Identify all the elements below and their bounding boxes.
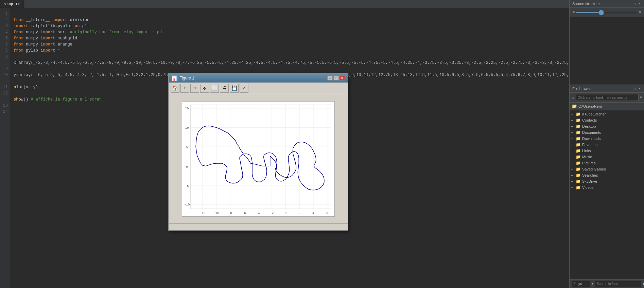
tree-item-searches[interactable]: + 📁 Searches [570,172,644,178]
folder-icon: 📁 [576,130,581,135]
file-filter-input[interactable] [572,281,590,287]
folder-icon: 📁 [576,124,581,129]
tree-item-links[interactable]: + 📁 Links [570,148,644,154]
svg-text:-8: -8 [228,212,232,215]
expand-icon: + [571,119,576,122]
tree-item-pictures[interactable]: + 📁 Pictures [570,160,644,166]
tree-item-atubecatcher[interactable]: + 📁 aTubeCatcher [570,111,644,117]
figure-select-button[interactable]: ⬜ [210,84,219,93]
expand-icon: + [571,161,576,165]
expand-icon: + [571,125,576,128]
expand-icon: + [571,155,576,159]
tree-item-label: Favorites [582,143,597,147]
bookmark-dropdown-arrow[interactable]: ▼ [640,96,642,100]
figure-home-button[interactable]: 🏠 [171,84,179,93]
expand-icon: + [571,180,576,183]
folder-icon: 📁 [576,161,581,165]
svg-text:-4: -4 [256,212,260,215]
tree-item-desktop[interactable]: + 📁 Desktop [570,123,644,129]
expand-icon: + [571,167,576,171]
svg-text:-6: -6 [242,212,246,215]
slider-left-icon: ≡ [572,10,575,15]
tree-item-label: Links [582,149,591,153]
tree-item-label: Videos [582,185,593,190]
current-path: 📁 C:\Users\Rem [570,103,644,110]
tab-bar: <tmp 1> [0,0,569,8]
tree-item-favorites[interactable]: + 📁 Favorites [570,142,644,148]
source-structure-slider[interactable] [576,12,638,13]
figure-titlebar: 📊 Figure 1 − □ ✕ [169,74,348,83]
folder-icon: 📁 [576,142,581,147]
bookmark-star-button[interactable]: ☆ [572,95,574,101]
tree-item-documents[interactable]: + 📁 Documents [570,129,644,136]
svg-text:0: 0 [186,165,188,168]
tree-item-label: Desktop [582,124,596,128]
figure-check-button[interactable]: ✔ [240,84,248,93]
right-bottom-bar: ▼ ▶ [570,279,644,288]
tree-item-label: Contacts [582,118,597,122]
source-structure-close-button[interactable]: × [638,1,641,6]
svg-text:15: 15 [185,106,189,110]
expand-icon: + [571,131,576,134]
folder-icon: 📁 [576,185,581,190]
folder-icon: 📁 [576,173,581,178]
svg-text:6: 6 [326,212,328,215]
filter-dropdown-arrow[interactable]: ▼ [592,282,593,286]
figure-save-button[interactable]: 💾 [230,84,239,93]
tree-item-skydrive[interactable]: + 📁 SkyDrive [570,178,644,184]
figure-title: Figure 1 [179,76,194,80]
tree-item-label: Searches [582,173,598,177]
expand-icon: + [571,149,576,153]
figure-window: 📊 Figure 1 − □ ✕ 🏠 ⬅ ➡ ✛ ⬜ 🖨 💾 ✔ [168,73,348,231]
search-files-input[interactable] [595,281,641,287]
svg-text:5: 5 [186,146,188,149]
bookmark-input[interactable] [576,94,639,101]
folder-icon: 📁 [576,118,581,123]
folder-icon: 📁 [576,155,581,159]
tree-item-contacts[interactable]: + 📁 Contacts [570,117,644,123]
figure-app-icon: 📊 [172,75,177,81]
figure-plot-area: 15 10 5 0 -5 -10 -12 -10 -8 -6 -4 -2 0 2… [169,94,348,223]
folder-icon: 📁 [576,112,581,116]
source-structure-title: Source structure [572,2,600,6]
svg-text:-10: -10 [214,212,219,215]
search-go-button[interactable]: ▶ [643,281,644,286]
tree-item-label: Documents [582,130,601,134]
svg-text:0: 0 [285,212,286,215]
svg-text:-12: -12 [200,212,205,215]
source-structure-panel: Source structure □ × ≡ ▽ [570,0,644,85]
tree-item-savedgames[interactable]: + 📁 Saved Games [570,166,644,172]
figure-minimize-button[interactable]: − [327,76,333,80]
tree-item-label: Downloads [582,137,601,141]
file-browser-close-button[interactable]: × [638,86,641,91]
tree-item-label: aTubeCatcher [582,112,606,116]
file-browser-restore-button[interactable]: □ [632,86,636,91]
file-tree: + 📁 aTubeCatcher + 📁 Contacts + 📁 Deskto… [570,110,644,279]
expand-icon: + [571,143,576,147]
file-browser-toolbar: ☆ ▼ [570,93,644,103]
figure-back-button[interactable]: ⬅ [180,84,189,93]
figure-close-button[interactable]: ✕ [340,76,345,80]
figure-forward-button[interactable]: ➡ [190,84,199,93]
svg-text:-2: -2 [270,212,274,215]
folder-icon: 📁 [576,148,581,153]
figure-statusbar [169,223,348,230]
source-structure-restore-button[interactable]: □ [632,1,636,6]
file-browser-title: File browser [572,87,593,91]
folder-icon: 📁 [576,167,581,172]
tab-tmp1[interactable]: <tmp 1> [0,0,24,8]
source-structure-header: Source structure □ × [570,0,644,8]
current-path-text: C:\Users\Rem [578,104,602,108]
tree-item-music[interactable]: + 📁 Music [570,154,644,160]
svg-text:-5: -5 [185,184,189,187]
file-browser-panel: File browser □ × ☆ ▼ 📁 C:\Users\Rem + 📁 … [570,85,644,288]
tree-item-videos[interactable]: + 📁 Videos [570,184,644,191]
expand-icon: + [571,174,576,177]
expand-icon: + [571,137,576,141]
expand-icon: + [571,112,576,116]
figure-toolbar: 🏠 ⬅ ➡ ✛ ⬜ 🖨 💾 ✔ [169,83,348,94]
figure-print-button[interactable]: 🖨 [220,84,229,93]
figure-restore-button[interactable]: □ [333,76,339,80]
tree-item-downloads[interactable]: + 📁 Downloads [570,136,644,142]
figure-pan-button[interactable]: ✛ [200,84,209,93]
